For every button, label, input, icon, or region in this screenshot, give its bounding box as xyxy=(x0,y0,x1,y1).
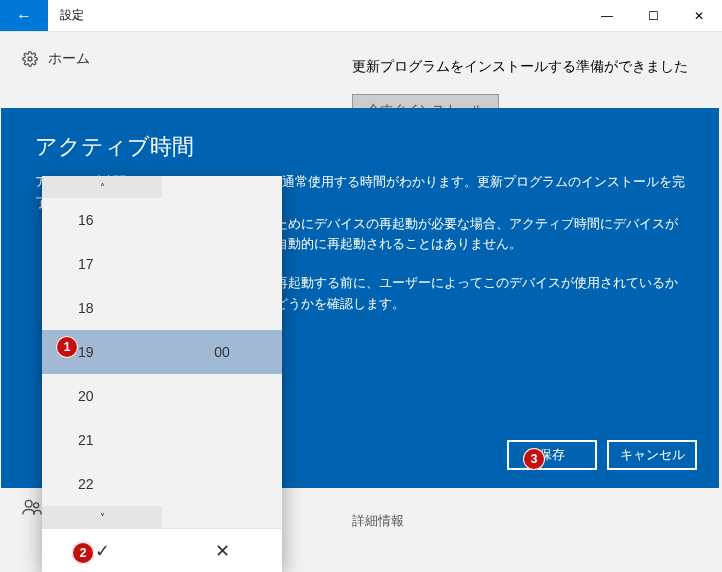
x-icon: ✕ xyxy=(215,540,230,562)
update-ready-message: 更新プログラムをインストールする準備ができました xyxy=(352,58,688,76)
hour-option[interactable]: 20 xyxy=(42,374,162,418)
picker-confirm-button[interactable]: ✓ xyxy=(42,529,162,572)
home-label: ホーム xyxy=(48,50,90,68)
hour-up-arrow[interactable]: ˄ xyxy=(42,176,162,198)
minute-down-spacer xyxy=(162,506,282,528)
minimize-icon: — xyxy=(601,9,613,23)
svg-point-2 xyxy=(34,503,39,508)
minute-up-spacer xyxy=(162,176,282,198)
hour-option[interactable]: 22 xyxy=(42,462,162,506)
check-icon: ✓ xyxy=(95,540,110,562)
minute-option-selected[interactable]: 00 xyxy=(162,330,282,374)
hour-option[interactable]: 17 xyxy=(42,242,162,286)
svg-point-1 xyxy=(25,500,32,507)
annotation-badge-1: 1 xyxy=(56,336,78,358)
save-button[interactable]: 保存 xyxy=(507,440,597,470)
maximize-button[interactable]: ☐ xyxy=(630,0,676,31)
picker-scroll-down[interactable]: ˅ xyxy=(42,506,282,528)
cancel-button[interactable]: キャンセル xyxy=(607,440,697,470)
picker-cancel-button[interactable]: ✕ xyxy=(162,529,282,572)
detail-info-link[interactable]: 詳細情報 xyxy=(352,512,404,530)
overlay-title: アクティブ時間 xyxy=(1,108,719,172)
picker-body: 16 17 18 19 20 21 22 00 xyxy=(42,198,282,506)
minute-option-empty xyxy=(162,418,282,462)
hour-option[interactable]: 21 xyxy=(42,418,162,462)
hour-option[interactable]: 16 xyxy=(42,198,162,242)
time-picker: ˄ 16 17 18 19 20 21 22 00 ˅ ✓ ✕ xyxy=(42,176,282,572)
minute-option-empty xyxy=(162,462,282,506)
chevron-down-icon: ˅ xyxy=(100,512,105,523)
minute-option-empty xyxy=(162,374,282,418)
minute-column[interactable]: 00 xyxy=(162,198,282,506)
back-button[interactable]: ← xyxy=(0,0,48,31)
svg-point-0 xyxy=(28,57,32,61)
gear-icon xyxy=(22,51,38,67)
annotation-badge-3: 3 xyxy=(523,448,545,470)
minute-option-empty xyxy=(162,242,282,286)
window-title: 設定 xyxy=(48,0,584,31)
annotation-badge-2: 2 xyxy=(72,542,94,564)
window-controls: — ☐ ✕ xyxy=(584,0,722,31)
picker-scroll-up[interactable]: ˄ xyxy=(42,176,282,198)
close-icon: ✕ xyxy=(694,9,704,23)
hour-down-arrow[interactable]: ˅ xyxy=(42,506,162,528)
people-icon xyxy=(22,498,42,516)
minute-option-empty xyxy=(162,286,282,330)
chevron-up-icon: ˄ xyxy=(100,182,105,193)
minute-option-empty xyxy=(162,198,282,242)
maximize-icon: ☐ xyxy=(648,9,659,23)
back-arrow-icon: ← xyxy=(16,7,32,25)
titlebar: ← 設定 — ☐ ✕ xyxy=(0,0,722,32)
close-button[interactable]: ✕ xyxy=(676,0,722,31)
minimize-button[interactable]: — xyxy=(584,0,630,31)
hour-option[interactable]: 18 xyxy=(42,286,162,330)
